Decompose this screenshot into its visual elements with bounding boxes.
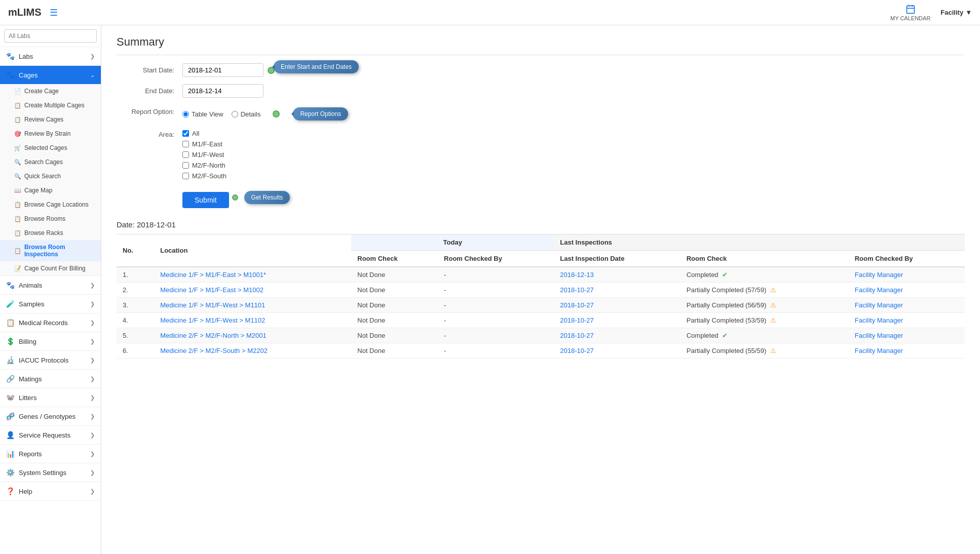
- location-link[interactable]: Medicine 1/F > M1/F-East > M1002: [160, 286, 263, 294]
- sidebar-item-cage-count-billing[interactable]: 📝 Cage Count For Billing: [0, 261, 101, 275]
- sidebar-item-create-cage[interactable]: 📄 Create Cage: [0, 84, 101, 98]
- last-date-link[interactable]: 2018-10-27: [560, 332, 594, 339]
- sidebar-item-labs[interactable]: 🐾 Labs ❯: [0, 47, 101, 65]
- submit-button[interactable]: Submit: [182, 192, 229, 208]
- table-row: 5. Medicine 2/F > M2/F-North > M2001 Not…: [117, 328, 965, 343]
- checkbox-m2f-north[interactable]: M2/F-North: [182, 162, 227, 169]
- billing-icon: 💲: [6, 337, 15, 345]
- chevron-right-icon: ❯: [90, 53, 95, 60]
- checkbox-all-input[interactable]: [182, 130, 189, 137]
- calendar-icon: [906, 4, 916, 14]
- end-date-label: End Date:: [117, 84, 182, 95]
- cell-no: 3.: [117, 298, 154, 313]
- checkbox-m1f-west[interactable]: M1/F-West: [182, 151, 227, 159]
- location-link[interactable]: Medicine 1/F > M1/F-West > M1102: [160, 316, 265, 324]
- location-link[interactable]: Medicine 2/F > M2/F-North > M2001: [160, 332, 267, 339]
- create-multiple-cages-label: Create Multiple Cages: [24, 102, 85, 109]
- book-icon: 📖: [14, 187, 21, 194]
- sidebar-item-browse-racks[interactable]: 📋 Browse Racks: [0, 226, 101, 240]
- sidebar-item-litters[interactable]: 🐭 Litters ❯: [0, 388, 101, 407]
- table-row: 4. Medicine 1/F > M1/F-West > M1102 Not …: [117, 313, 965, 328]
- last-date-link[interactable]: 2018-10-27: [560, 347, 594, 354]
- sidebar-section-system: ⚙️ System Settings ❯: [0, 463, 101, 482]
- cell-no: 1.: [117, 267, 154, 283]
- sidebar-item-cages[interactable]: 🐾 Cages ⌄: [0, 66, 101, 84]
- area-checkboxes: All M1/F-East M1/F-West M2/F-North M2/F-…: [182, 128, 227, 180]
- sidebar-item-help[interactable]: ❓ Help ❯: [0, 482, 101, 500]
- search-cages-label: Search Cages: [24, 159, 63, 166]
- start-date-group: Start Date: Enter Start and End Dates: [117, 63, 965, 77]
- sidebar-item-quick-search[interactable]: 🔍 Quick Search: [0, 169, 101, 183]
- location-link[interactable]: Medicine 1/F > M1/F-East > M1001*: [160, 271, 266, 279]
- cell-last-date: 2018-10-27: [554, 283, 680, 298]
- sidebar-item-medical-records[interactable]: 📋 Medical Records ❯: [0, 313, 101, 332]
- last-date-link[interactable]: 2018-10-27: [560, 286, 594, 294]
- cell-last-check: Partially Completed (53/59) ⚠: [681, 313, 849, 328]
- checkbox-m1f-east[interactable]: M1/F-East: [182, 140, 227, 148]
- all-label: All: [192, 130, 199, 137]
- sidebar-item-matings[interactable]: 🔗 Matings ❯: [0, 370, 101, 388]
- cell-location: Medicine 1/F > M1/F-West > M1101: [154, 298, 351, 313]
- last-date-link[interactable]: 2018-10-27: [560, 316, 594, 324]
- sidebar-item-system-settings[interactable]: ⚙️ System Settings ❯: [0, 463, 101, 482]
- sidebar-item-search-cages[interactable]: 🔍 Search Cages: [0, 155, 101, 169]
- end-date-input[interactable]: [182, 84, 263, 98]
- checkbox-m1f-east-input[interactable]: [182, 141, 189, 147]
- last-date-link[interactable]: 2018-12-13: [560, 271, 594, 279]
- checkbox-m2f-south[interactable]: M2/F-South: [182, 172, 227, 180]
- radio-table-view[interactable]: Table View: [182, 110, 223, 118]
- checkbox-m1f-west-input[interactable]: [182, 151, 189, 158]
- lab-search-input[interactable]: [4, 29, 97, 43]
- radio-details-input[interactable]: [232, 111, 238, 117]
- radio-table-view-input[interactable]: [182, 111, 189, 117]
- sidebar-item-iacuc[interactable]: 🔬 IACUC Protocols ❯: [0, 351, 101, 369]
- sidebar-section-medical: 📋 Medical Records ❯: [0, 313, 101, 332]
- top-header: mLIMS ☰ MY CALENDAR Facility ▼: [0, 0, 980, 25]
- checkbox-m2f-north-input[interactable]: [182, 162, 189, 169]
- sidebar-item-genes[interactable]: 🧬 Genes / Genotypes ❯: [0, 407, 101, 425]
- last-by-link[interactable]: Facility Manager: [855, 347, 903, 354]
- sidebar-item-service-requests[interactable]: 👤 Service Requests ❯: [0, 426, 101, 444]
- sidebar-item-animals[interactable]: 🐾 Animals ❯: [0, 276, 101, 294]
- last-date-link[interactable]: 2018-10-27: [560, 301, 594, 309]
- sidebar-item-cage-map[interactable]: 📖 Cage Map: [0, 183, 101, 197]
- hamburger-icon[interactable]: ☰: [50, 7, 58, 18]
- sidebar-item-browse-cage-locations[interactable]: 📋 Browse Cage Locations: [0, 197, 101, 212]
- litters-icon: 🐭: [6, 393, 15, 402]
- area-group: Area: All M1/F-East M1/F-West M2/F-North: [117, 128, 965, 180]
- sidebar-item-billing[interactable]: 💲 Billing ❯: [0, 332, 101, 350]
- warning-icon: ⚠: [770, 301, 776, 309]
- location-link[interactable]: Medicine 2/F > M2/F-South > M2202: [160, 347, 268, 354]
- location-link[interactable]: Medicine 1/F > M1/F-West > M1101: [160, 301, 265, 309]
- start-date-input[interactable]: [182, 63, 263, 77]
- sidebar-item-samples[interactable]: 🧪 Samples ❯: [0, 295, 101, 313]
- sidebar-item-browse-room-inspections[interactable]: 📋 Browse Room Inspections: [0, 240, 101, 261]
- sidebar-item-reports[interactable]: 📊 Reports ❯: [0, 445, 101, 463]
- sidebar-item-browse-rooms[interactable]: 📋 Browse Rooms: [0, 212, 101, 226]
- sidebar-item-review-by-strain[interactable]: 🎯 Review By Strain: [0, 127, 101, 141]
- chevron-right-icon: ❯: [90, 282, 95, 289]
- radio-details[interactable]: Details: [232, 110, 261, 118]
- last-by-link[interactable]: Facility Manager: [855, 332, 903, 339]
- calendar-button[interactable]: MY CALENDAR: [890, 4, 930, 21]
- results-date: Date: 2018-12-01: [117, 220, 965, 229]
- sidebar-item-selected-cages[interactable]: 🛒 Selected Cages: [0, 141, 101, 155]
- sidebar-item-create-multiple-cages[interactable]: 📋 Create Multiple Cages: [0, 98, 101, 112]
- cell-today-by: -: [438, 313, 554, 328]
- chevron-right-icon: ❯: [90, 394, 95, 401]
- facility-button[interactable]: Facility ▼: [940, 9, 972, 16]
- cell-last-date: 2018-10-27: [554, 298, 680, 313]
- last-by-link[interactable]: Facility Manager: [855, 286, 903, 294]
- list-icon: 📋: [14, 202, 21, 208]
- animals-icon: 🐾: [6, 281, 15, 289]
- sidebar-item-review-cages[interactable]: 📋 Review Cages: [0, 112, 101, 127]
- last-by-link[interactable]: Facility Manager: [855, 301, 903, 309]
- checkbox-all[interactable]: All: [182, 130, 227, 137]
- report-option-group: Report Option: Table View Details Report…: [117, 105, 965, 121]
- help-icon: ❓: [6, 487, 15, 495]
- checkbox-m2f-south-input[interactable]: [182, 173, 189, 179]
- col-group-today: Today: [351, 234, 554, 251]
- last-by-link[interactable]: Facility Manager: [855, 271, 903, 279]
- document-icon: 📋: [14, 102, 21, 109]
- last-by-link[interactable]: Facility Manager: [855, 316, 903, 324]
